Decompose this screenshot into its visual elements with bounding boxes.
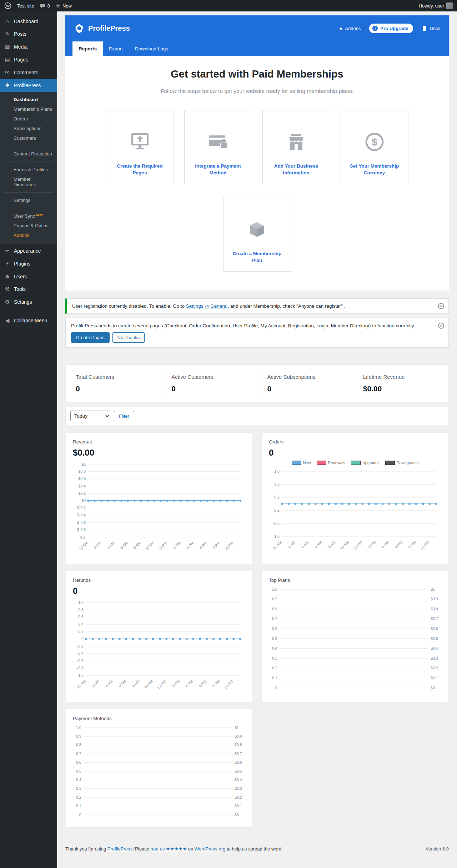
sidebar-item-tools[interactable]: ⚒ Tools — [0, 283, 57, 296]
site-name-link[interactable]: Test site — [17, 3, 34, 9]
addons-link[interactable]: ★ Addons — [339, 26, 361, 31]
footer-thanks-text: Thank you for using ProfilePress! Please… — [65, 846, 283, 852]
svg-text:2 PM: 2 PM — [171, 679, 180, 688]
svg-text:4 PM: 4 PM — [185, 541, 195, 550]
svg-text:0.6: 0.6 — [78, 615, 84, 619]
top-plans-chart: 1.0$10.9$0.90.8$0.80.7$0.70.6$0.60.5$0.5… — [269, 586, 441, 694]
submenu-item-settings[interactable]: Settings — [0, 195, 57, 205]
svg-text:12 PM: 12 PM — [156, 679, 167, 690]
submenu-item-orders[interactable]: Orders — [0, 114, 57, 124]
submenu-item-content-protection[interactable]: Content Protection — [0, 149, 57, 159]
sidebar-item-dashboard[interactable]: ⌂ Dashboard — [0, 15, 57, 28]
submenu-item-dashboard[interactable]: Dashboard — [0, 95, 57, 104]
sidebar-item-profilepress[interactable]: ❖ ProfilePress — [0, 79, 57, 92]
svg-text:$0.2: $0.2 — [79, 491, 86, 495]
date-range-select[interactable]: Today — [70, 411, 110, 421]
version-label: Version 6.9 — [426, 846, 449, 852]
sidebar-item-label: Dashboard — [14, 19, 39, 24]
submenu-item-popups-optins[interactable]: Popups & Optins — [0, 221, 57, 230]
submenu-item-addons[interactable]: Addons — [0, 230, 57, 240]
sidebar-item-appearance[interactable]: ✒ Appearance — [0, 244, 57, 257]
rate-us-link[interactable]: rate us ★★★★★ — [150, 846, 187, 852]
docs-link[interactable]: Docs — [422, 26, 440, 31]
svg-text:$0.4: $0.4 — [431, 646, 438, 650]
profilepress-header: ProfilePress ★ Addons i Pro Upgrade Docs — [65, 15, 449, 56]
create-pages-button[interactable]: Create Pages — [71, 332, 110, 343]
new-content-link[interactable]: New — [56, 3, 72, 9]
footer-text: on — [187, 846, 195, 852]
svg-text:8 AM: 8 AM — [132, 541, 141, 550]
tab-reports[interactable]: Reports — [72, 41, 103, 56]
step-card-payment-method[interactable]: Integrate a Payment Method — [184, 110, 252, 184]
svg-text:0.6: 0.6 — [274, 482, 280, 486]
dismiss-notice-icon[interactable]: ✕ — [438, 323, 444, 329]
currency-dollar-icon: $ — [365, 120, 384, 163]
wp-logo-menu[interactable]: W — [4, 2, 11, 9]
legend-label: Renewals — [328, 461, 345, 465]
submenu-item-user-sync[interactable]: User SyncNEW — [0, 211, 57, 221]
step-label[interactable]: Create the Required Pages — [111, 163, 169, 177]
step-card-create-pages[interactable]: Create the Required Pages — [106, 110, 174, 184]
sidebar-item-posts[interactable]: ✎ Posts — [0, 28, 57, 40]
step-card-business-info[interactable]: Add Your Business Information — [262, 110, 330, 184]
svg-text:2 AM: 2 AM — [93, 541, 102, 550]
step-label[interactable]: Set Your Membership Currency — [346, 163, 403, 177]
submenu-item-membership-plans[interactable]: Membership Plans — [0, 104, 57, 114]
svg-text:$0.3: $0.3 — [431, 656, 438, 660]
svg-text:6 AM: 6 AM — [118, 679, 127, 688]
submenu-separator — [4, 146, 53, 146]
step-card-membership-plan[interactable]: Create a Membership Plan — [223, 198, 291, 272]
step-label[interactable]: Add Your Business Information — [267, 163, 325, 177]
tab-download-logs[interactable]: Download Logs — [129, 41, 174, 56]
sidebar-item-pages[interactable]: ▤ Pages — [0, 53, 57, 66]
no-thanks-button[interactable]: No Thanks — [112, 332, 145, 343]
legend-item: Downgrades — [385, 461, 419, 465]
svg-text:0.4: 0.4 — [78, 622, 84, 626]
sidebar-item-plugins[interactable]: ⚡ Plugins — [0, 257, 57, 270]
svg-text:6 PM: 6 PM — [199, 541, 208, 550]
chart-big-value: 0 — [73, 586, 245, 596]
filter-button[interactable]: Filter — [114, 411, 134, 421]
page-subtitle: Follow the steps below to get your websi… — [72, 88, 442, 94]
tab-export[interactable]: Export — [103, 41, 129, 56]
svg-text:2 PM: 2 PM — [367, 540, 376, 549]
step-label[interactable]: Integrate a Payment Method — [189, 163, 247, 177]
svg-text:2 AM: 2 AM — [91, 679, 100, 688]
sidebar-item-collapse-menu[interactable]: ◀ Collapse Menu — [0, 314, 57, 327]
svg-text:10 PM: 10 PM — [224, 541, 234, 551]
svg-text:0: 0 — [275, 686, 277, 690]
submenu-item-member-directories[interactable]: Member Directories — [0, 174, 57, 189]
orders-legend: NewRenewalsUpgradesDowngrades — [269, 461, 441, 465]
svg-text:$0.7: $0.7 — [431, 616, 438, 621]
svg-text:$-0.2: $-0.2 — [77, 506, 86, 510]
submenu-item-subscriptions[interactable]: Subscriptions — [0, 124, 57, 133]
sidebar-item-settings[interactable]: ⚙ Settings — [0, 296, 57, 308]
step-label[interactable]: Create a Membership Plan — [228, 251, 286, 264]
submenu-item-forms-profiles[interactable]: Forms & Profiles — [0, 165, 57, 174]
step-card-currency[interactable]: $ Set Your Membership Currency — [341, 110, 408, 184]
plugins-icon: ⚡ — [4, 261, 11, 267]
profilepress-brand: ProfilePress — [74, 23, 130, 34]
svg-text:12 PM: 12 PM — [157, 541, 168, 551]
svg-text:1.0: 1.0 — [272, 587, 277, 591]
legend-swatch — [317, 461, 326, 465]
wordpress-org-link[interactable]: WordPress.org — [195, 846, 225, 852]
empty-grid-cell — [261, 709, 449, 828]
comments-link[interactable]: 0 — [40, 3, 50, 9]
sidebar-item-media[interactable]: ▦ Media — [0, 40, 57, 53]
dashboard-icon: ⌂ — [4, 18, 11, 24]
profilepress-link[interactable]: ProfilePress — [107, 846, 132, 852]
dismiss-notice-icon[interactable]: ✕ — [438, 303, 444, 309]
reports-tab-bar: Reports Export Download Logs — [65, 41, 449, 56]
wordpress-logo-icon: W — [4, 2, 11, 9]
pro-upgrade-button[interactable]: i Pro Upgrade — [369, 24, 413, 33]
svg-text:-1.0: -1.0 — [273, 534, 280, 539]
howdy-user-link[interactable]: Howdy, user — [419, 3, 453, 9]
settings-general-link[interactable]: Settings -> General — [186, 303, 228, 309]
submenu-item-customers[interactable]: Customers — [0, 133, 57, 143]
wp-admin-sidebar: ⌂ Dashboard ✎ Posts ▦ Media ▤ Pages ✉ Co… — [0, 11, 57, 868]
sidebar-item-users[interactable]: ☻ Users — [0, 270, 57, 283]
sidebar-item-comments[interactable]: ✉ Comments — [0, 66, 57, 79]
sidebar-item-label: Users — [14, 274, 27, 279]
package-box-icon — [247, 208, 267, 251]
